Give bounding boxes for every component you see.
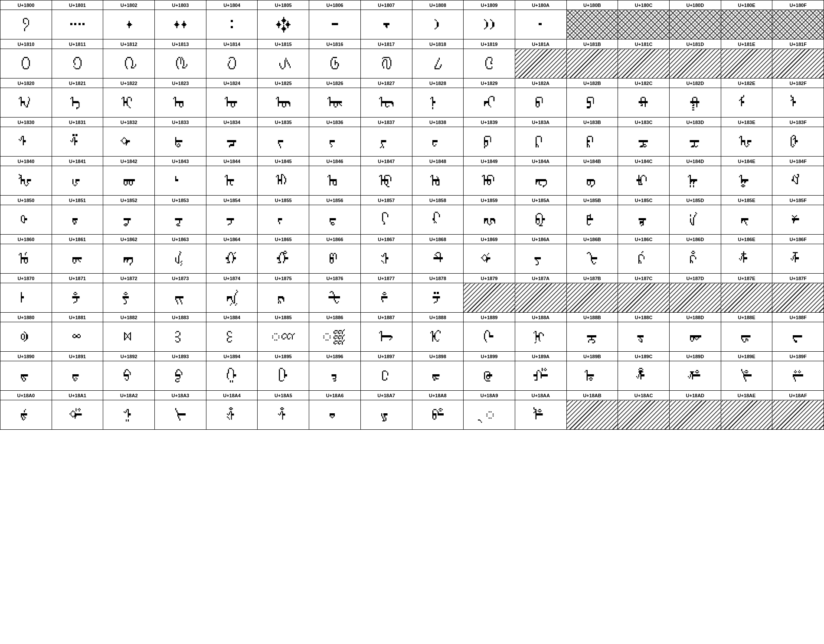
unicode-char-cell: ᢇ: [360, 322, 412, 352]
unicode-code-header: U+189C: [618, 352, 670, 361]
unicode-code-header: U+1806: [309, 0, 361, 10]
unicode-char-cell: ᠲ: [103, 127, 155, 157]
unicode-char-cell: ᡅ: [258, 166, 309, 196]
unicode-code-header: U+1835: [258, 118, 309, 127]
unicode-char-cell: [618, 400, 670, 430]
unicode-code-header: U+18A1: [52, 391, 103, 400]
unicode-code-header: U+1838: [412, 118, 464, 127]
unicode-code-header: U+1876: [309, 274, 361, 283]
unicode-code-header: U+184E: [721, 157, 772, 166]
unicode-code-header: U+188D: [669, 313, 721, 322]
unicode-char-cell: ᠵ: [258, 127, 309, 157]
unicode-code-header: U+1817: [360, 39, 412, 49]
unicode-code-header: U+185C: [618, 196, 670, 205]
unicode-char-cell: ᡴ: [206, 283, 258, 313]
unicode-code-header: U+1860: [0, 235, 52, 244]
unicode-code-header: U+186F: [772, 235, 824, 244]
unicode-char-cell: ᡘ: [412, 205, 464, 235]
unicode-char-cell: ᡯ: [772, 244, 824, 274]
unicode-code-header: U+1822: [103, 78, 155, 88]
unicode-code-header: U+187C: [618, 274, 670, 283]
unicode-char-cell: ᠖: [309, 49, 361, 78]
unicode-char-cell: ᡬ: [618, 244, 670, 274]
unicode-char-cell: ᡚ: [515, 205, 566, 235]
unicode-char-cell: ᠁: [52, 10, 103, 39]
unicode-char-cell: ᠶ: [309, 127, 361, 157]
unicode-char-cell: ᡍ: [669, 166, 721, 196]
unicode-char-cell: ᠴ: [206, 127, 258, 157]
unicode-code-header: U+1805: [258, 0, 309, 10]
unicode-char-cell: ᢐ: [0, 361, 52, 391]
unicode-char-cell: ᡄ: [206, 166, 258, 196]
unicode-code-header: U+1832: [103, 118, 155, 127]
unicode-char-cell: ᢍ: [669, 322, 721, 352]
unicode-code-header: U+18AA: [515, 391, 566, 400]
unicode-code-header: U+188C: [618, 313, 670, 322]
unicode-code-header: U+1867: [360, 235, 412, 244]
unicode-char-cell: [566, 400, 618, 430]
unicode-char-cell: ᠉: [464, 10, 515, 39]
unicode-char-cell: ᡐ: [0, 205, 52, 235]
unicode-char-cell: ᡗ: [360, 205, 412, 235]
unicode-code-header: U+1801: [52, 0, 103, 10]
unicode-char-cell: ᠘: [412, 49, 464, 78]
unicode-code-header: U+1818: [412, 39, 464, 49]
unicode-char-cell: ᢜ: [618, 361, 670, 391]
unicode-code-header: U+18A3: [155, 391, 206, 400]
unicode-code-header: U+1827: [360, 78, 412, 88]
unicode-char-cell: [721, 400, 772, 430]
unicode-char-cell: [721, 10, 772, 39]
unicode-code-header: U+1886: [309, 313, 361, 322]
unicode-char-cell: [772, 400, 824, 430]
unicode-code-header: U+181A: [515, 39, 566, 49]
unicode-code-header: U+182D: [669, 78, 721, 88]
unicode-code-header: U+1821: [52, 78, 103, 88]
unicode-char-cell: ᡞ: [721, 205, 772, 235]
unicode-code-header: U+188E: [721, 313, 772, 322]
unicode-char-cell: ᡑ: [52, 205, 103, 235]
unicode-char-cell: ᢢ: [103, 400, 155, 430]
unicode-code-header: U+186E: [721, 235, 772, 244]
unicode-char-cell: ᡕ: [258, 205, 309, 235]
unicode-char-cell: [721, 49, 772, 78]
unicode-code-header: U+1863: [155, 235, 206, 244]
unicode-char-cell: ᢦ: [309, 400, 361, 430]
unicode-code-header: U+1890: [0, 352, 52, 361]
unicode-char-cell: ᢘ: [412, 361, 464, 391]
unicode-code-header: U+188A: [515, 313, 566, 322]
unicode-char-cell: ᡰ: [0, 283, 52, 313]
unicode-char-cell: ᡔ: [206, 205, 258, 235]
unicode-code-header: U+188B: [566, 313, 618, 322]
unicode-char-cell: [515, 283, 566, 313]
unicode-code-header: U+184A: [515, 157, 566, 166]
unicode-char-cell: ᢁ: [52, 322, 103, 352]
unicode-code-header: U+1884: [206, 313, 258, 322]
unicode-char-cell: ᠡ: [52, 88, 103, 118]
unicode-code-header: U+1823: [155, 78, 206, 88]
unicode-code-header: U+183E: [721, 118, 772, 127]
unicode-code-header: U+1875: [258, 274, 309, 283]
unicode-code-header: U+1879: [464, 274, 515, 283]
unicode-code-header: U+1848: [412, 157, 464, 166]
unicode-char-cell: ᢡ: [52, 400, 103, 430]
unicode-char-cell: ᢄ: [206, 322, 258, 352]
unicode-char-cell: ᢧ: [360, 400, 412, 430]
unicode-code-header: U+189E: [721, 352, 772, 361]
unicode-code-header: U+1889: [464, 313, 515, 322]
unicode-char-cell: ᠹ: [464, 127, 515, 157]
unicode-code-header: U+1842: [103, 157, 155, 166]
unicode-code-header: U+1834: [206, 118, 258, 127]
unicode-code-header: U+1883: [155, 313, 206, 322]
unicode-char-cell: ᡜ: [618, 205, 670, 235]
unicode-char-cell: ᠠ: [0, 88, 52, 118]
unicode-char-cell: ᢓ: [155, 361, 206, 391]
unicode-char-cell: ᠆: [309, 10, 361, 39]
unicode-char-cell: ᡲ: [103, 283, 155, 313]
unicode-code-header: U+1836: [309, 118, 361, 127]
unicode-char-cell: ᠼ: [618, 127, 670, 157]
unicode-char-cell: ᠭ: [669, 88, 721, 118]
unicode-code-header: U+1852: [103, 196, 155, 205]
unicode-char-cell: ᢨ: [412, 400, 464, 430]
unicode-code-header: U+18A2: [103, 391, 155, 400]
unicode-code-header: U+186C: [618, 235, 670, 244]
